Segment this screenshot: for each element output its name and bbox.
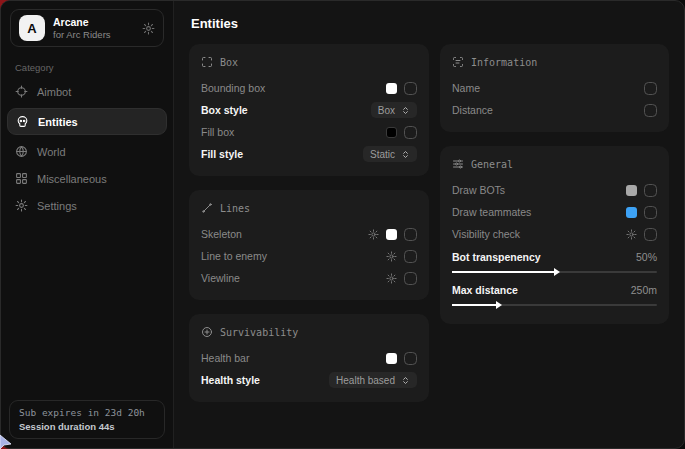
sidebar-item-miscellaneous[interactable]: Miscellaneous [1,165,173,192]
bounding-box-checkbox[interactable] [404,82,417,95]
lines-card: Lines Skeleton [189,190,429,300]
subscription-card: Sub expires in 23d 20h Session duration … [9,400,165,439]
general-card: General Draw BOTs Draw teammates [440,146,669,324]
skull-icon [16,115,29,128]
setting-row-bounding-box: Bounding box [201,77,417,99]
page-title: Entities [191,16,669,31]
setting-label: Fill box [201,126,234,138]
brand-logo: A [19,15,45,41]
category-label: Category [15,62,159,73]
slider-fill [452,304,497,306]
chevrons-up-down-icon [401,106,410,115]
sliders-icon [452,158,464,170]
card-title: Survivability [220,327,298,338]
max-distance-slider-group: Max distance 250m [452,280,657,306]
card-title: Lines [220,203,250,214]
setting-row-draw-bots: Draw BOTs [452,179,657,201]
box-card: Box Bounding box Box style Box [189,44,429,176]
gear-icon[interactable] [142,22,155,35]
sidebar-item-label: Entities [38,116,78,128]
setting-row-line-to-enemy: Line to enemy [201,245,417,267]
draw-bots-color-swatch[interactable] [626,185,637,196]
gear-icon[interactable] [386,251,397,262]
globe-icon [15,145,28,158]
draw-teammates-color-swatch[interactable] [626,207,637,218]
setting-row-visibility-check: Visibility check [452,223,657,245]
slider-fill [452,271,555,273]
bot-transparency-slider-group: Bot transpenency 50% [452,247,657,273]
health-bar-color-swatch[interactable] [386,353,397,364]
select-value: Health based [336,375,395,386]
setting-row-health-bar: Health bar [201,347,417,369]
fill-box-checkbox[interactable] [404,126,417,139]
visibility-check-checkbox[interactable] [644,228,657,241]
select-value: Box [378,105,395,116]
arcane-menu-window: A Arcane for Arc Riders Category [0,0,685,449]
health-style-select[interactable]: Health based [329,372,417,388]
setting-label: Bounding box [201,82,265,94]
setting-label: Health style [201,374,260,386]
setting-row-health-style: Health style Health based [201,369,417,391]
setting-label: Line to enemy [201,250,267,262]
skeleton-color-swatch[interactable] [386,229,397,240]
bot-transparency-slider[interactable] [452,271,657,273]
brand-title: Arcane [53,16,134,28]
setting-label: Name [452,82,480,94]
health-cross-icon [201,326,213,338]
setting-label: Box style [201,104,248,116]
session-duration-text: Session duration 44s [19,421,155,432]
bounding-box-color-swatch[interactable] [386,83,397,94]
chevrons-up-down-icon [401,150,410,159]
setting-label: Draw teammates [452,206,531,218]
sidebar-item-label: Miscellaneous [37,173,107,185]
card-title: Information [471,57,537,68]
fill-box-color-swatch[interactable] [386,127,397,138]
setting-row-viewline: Viewline [201,267,417,289]
setting-label: Bot transpenency [452,251,541,263]
setting-row-draw-teammates: Draw teammates [452,201,657,223]
gear-icon[interactable] [386,273,397,284]
line-to-enemy-checkbox[interactable] [404,250,417,263]
skeleton-checkbox[interactable] [404,228,417,241]
setting-row-box-style: Box style Box [201,99,417,121]
health-bar-checkbox[interactable] [404,352,417,365]
main-panel: Entities Box Bounding box [174,1,684,448]
sidebar-item-label: World [37,146,66,158]
sidebar-item-settings[interactable]: Settings [1,192,173,219]
max-distance-slider[interactable] [452,304,657,306]
setting-row-skeleton: Skeleton [201,223,417,245]
chevrons-up-down-icon [401,376,410,385]
draw-bots-checkbox[interactable] [644,184,657,197]
setting-label: Draw BOTs [452,184,505,196]
distance-checkbox[interactable] [644,104,657,117]
fill-style-select[interactable]: Static [363,146,417,162]
sidebar-nav: Aimbot Entities World [1,78,173,219]
sidebar-item-label: Aimbot [37,86,71,98]
setting-label: Max distance [452,284,518,296]
gear-icon[interactable] [626,229,637,240]
sub-expiry-text: Sub expires in 23d 20h [19,407,155,418]
sidebar: A Arcane for Arc Riders Category [1,1,174,448]
sidebar-item-aimbot[interactable]: Aimbot [1,78,173,105]
box-brackets-icon [201,56,213,68]
setting-row-fill-box: Fill box [201,121,417,143]
sidebar-item-entities[interactable]: Entities [7,108,167,135]
box-style-select[interactable]: Box [371,102,417,118]
gear-icon [15,199,28,212]
info-scan-icon [452,56,464,68]
setting-label: Visibility check [452,228,520,240]
setting-label: Distance [452,104,493,116]
sidebar-item-world[interactable]: World [1,138,173,165]
card-title: Box [220,57,238,68]
line-icon [201,202,213,214]
slider-value: 250m [631,284,657,296]
setting-label: Skeleton [201,228,242,240]
setting-label: Fill style [201,148,243,160]
name-checkbox[interactable] [644,82,657,95]
draw-teammates-checkbox[interactable] [644,206,657,219]
viewline-checkbox[interactable] [404,272,417,285]
brand-text: Arcane for Arc Riders [53,16,134,40]
brand-card: A Arcane for Arc Riders [10,9,164,47]
sidebar-item-label: Settings [37,200,77,212]
gear-icon[interactable] [368,229,379,240]
